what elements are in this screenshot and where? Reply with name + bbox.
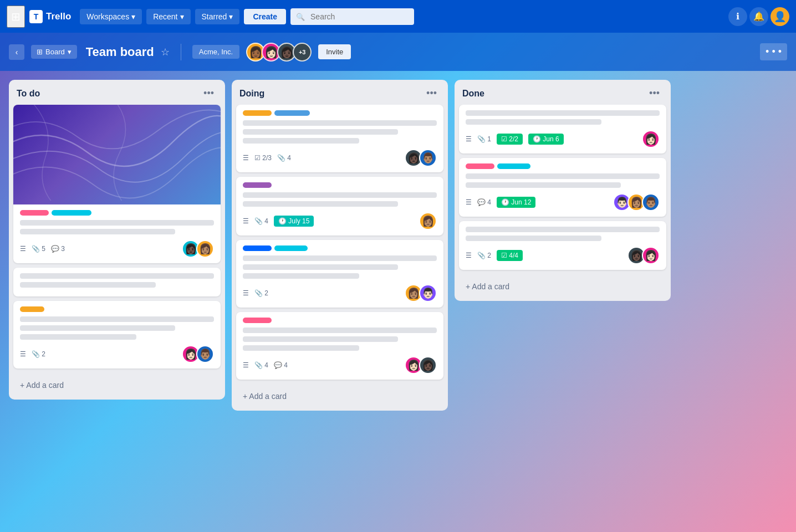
comments-count: 💬 4 [477, 198, 491, 206]
description-icon: ☰ [243, 154, 249, 162]
card-avatars: 👩🏽 👨🏻 [405, 284, 437, 302]
column-menu-button[interactable]: ••• [200, 86, 217, 100]
description-icon: ☰ [20, 245, 26, 253]
starred-button[interactable]: Starred ▾ [195, 9, 240, 24]
card-text [243, 120, 437, 126]
workspaces-button[interactable]: Workspaces ▾ [80, 9, 142, 24]
board-more-button[interactable]: • • • [760, 43, 787, 60]
card-text [243, 264, 398, 270]
card-body: ☰ 📎 4 🕐 July 15 👩🏽 [236, 177, 443, 236]
comments-count: 💬 3 [51, 245, 65, 253]
add-card-button[interactable]: + Add a card [16, 377, 218, 393]
card-body: ☰ 📎 4 💬 4 👩🏻 👩🏿 [236, 312, 443, 380]
column-menu-button[interactable]: ••• [646, 86, 663, 100]
page-title: Team board [86, 45, 154, 59]
column-header-todo: To do ••• [9, 80, 225, 105]
checklist-count: ☑ 2/3 [254, 154, 272, 162]
member-avatar-count[interactable]: +3 [293, 43, 312, 62]
card[interactable] [13, 268, 221, 296]
card-footer: ☰ 📎 2 👩🏽 👨🏻 [243, 282, 437, 302]
card[interactable]: ☰ 📎 2 👩🏽 👨🏻 [236, 240, 443, 308]
trello-logo: T Trello [29, 10, 71, 23]
card-meta: ☰ 📎 4 🕐 July 15 [243, 216, 314, 227]
description-icon: ☰ [243, 361, 249, 369]
card-text [20, 334, 136, 340]
column-cards-todo: ☰ 📎 5 💬 3 👩🏿 👩🏽 [9, 105, 225, 373]
checklist-badge: ☑ 2/2 [497, 134, 523, 145]
attachments-count: 📎 2 [254, 289, 268, 297]
attachments-count: 📎 4 [254, 217, 268, 225]
board-view-button[interactable]: ⊞ Board ▾ [31, 45, 77, 59]
card[interactable]: ☰ ☑ 2/3 📎 4 👩🏿 👨🏽 [236, 105, 443, 172]
card-avatar: 👨🏻 [419, 284, 437, 302]
workspace-button[interactable]: Acme, Inc. [192, 45, 239, 59]
sidebar-collapse-button[interactable]: ‹ [9, 44, 24, 60]
card[interactable]: ☰ 📎 2 ☑ 4/4 👩🏿 👩🏻 [459, 221, 666, 270]
card-footer: ☰ ☑ 2/3 📎 4 👩🏿 👨🏽 [243, 147, 437, 167]
label [20, 306, 44, 312]
recent-button[interactable]: Recent ▾ [146, 9, 190, 24]
card-text [20, 273, 214, 279]
chevron-down-icon: ▾ [68, 48, 72, 56]
card[interactable]: ☰ 📎 2 👩🏻 👨🏽 [13, 301, 221, 369]
column-title: To do [17, 89, 40, 99]
column-menu-button[interactable]: ••• [423, 86, 440, 100]
card-avatars: 👩🏽 [419, 212, 437, 230]
card-text [243, 255, 437, 261]
column-footer-todo: + Add a card [9, 373, 225, 400]
add-card-button[interactable]: + Add a card [238, 388, 441, 404]
card-text [243, 192, 437, 198]
grid-menu-button[interactable]: ⊞ [7, 6, 25, 28]
due-date-badge: 🕐 July 15 [274, 216, 314, 227]
card[interactable]: ☰ 📎 4 💬 4 👩🏻 👩🏿 [236, 312, 443, 380]
top-navigation: ⊞ T Trello Workspaces ▾ Recent ▾ Starred… [0, 0, 796, 33]
notifications-button[interactable]: 🔔 [749, 7, 768, 26]
chevron-down-icon: ▾ [131, 12, 135, 21]
card-text [243, 273, 359, 279]
card-text [20, 229, 175, 234]
card-avatar: 👩🏿 [419, 356, 437, 374]
add-card-button[interactable]: + Add a card [461, 279, 664, 294]
card-text [20, 220, 214, 226]
column-cards-doing: ☰ ☑ 2/3 📎 4 👩🏿 👨🏽 [232, 105, 448, 384]
card-meta: ☰ 💬 4 🕐 Jun 12 [466, 197, 535, 208]
card-labels [243, 318, 437, 323]
card-footer: ☰ 📎 2 ☑ 4/4 👩🏿 👩🏻 [466, 244, 660, 264]
card-text [466, 119, 601, 125]
description-icon: ☰ [466, 198, 472, 206]
card-labels [466, 163, 660, 169]
due-date-badge: 🕐 Jun 12 [497, 197, 535, 208]
star-board-button[interactable]: ☆ [161, 46, 170, 58]
card-footer: ☰ 📎 5 💬 3 👩🏿 👩🏽 [20, 238, 214, 258]
card-footer: ☰ 📎 4 🕐 July 15 👩🏽 [243, 210, 437, 230]
card-text [243, 345, 359, 351]
card[interactable]: ☰ 💬 4 🕐 Jun 12 👨🏻 👩🏽 👨🏽 [459, 158, 666, 217]
attachments-count: 📎 4 [277, 154, 291, 162]
checklist-badge: ☑ 4/4 [497, 250, 523, 261]
board-content: To do ••• [0, 71, 796, 532]
card[interactable]: ☰ 📎 4 🕐 July 15 👩🏽 [236, 177, 443, 236]
card[interactable]: ☰ 📎 5 💬 3 👩🏿 👩🏽 [13, 105, 221, 263]
divider [181, 44, 181, 60]
create-button[interactable]: Create [244, 9, 286, 24]
invite-button[interactable]: Invite [318, 44, 351, 59]
search-input[interactable] [290, 8, 414, 25]
board-view-icon: ⊞ [37, 48, 43, 56]
attachments-count: 📎 5 [32, 245, 45, 253]
attachments-count: 📎 2 [32, 350, 45, 358]
card-labels [243, 110, 437, 116]
card-meta: ☰ 📎 2 ☑ 4/4 [466, 250, 523, 261]
card-avatars: 👩🏿 👩🏽 [182, 240, 214, 258]
card-labels [20, 210, 214, 216]
column-done: Done ••• ☰ 📎 1 ☑ 2/2 🕐 Jun 6 [455, 80, 671, 301]
card-footer: ☰ 💬 4 🕐 Jun 12 👨🏻 👩🏽 👨🏽 [466, 191, 660, 211]
card-text [243, 129, 398, 135]
card-cover [13, 105, 221, 204]
user-avatar[interactable]: 👤 [771, 7, 789, 26]
card-labels [243, 245, 437, 251]
info-button[interactable]: ℹ [728, 7, 747, 26]
attachments-count: 📎 1 [477, 135, 491, 143]
card-avatars: 👩🏿 👩🏻 [627, 247, 660, 264]
card[interactable]: ☰ 📎 1 ☑ 2/2 🕐 Jun 6 👩🏻 [459, 105, 666, 154]
card-avatar: 👨🏽 [419, 149, 437, 167]
